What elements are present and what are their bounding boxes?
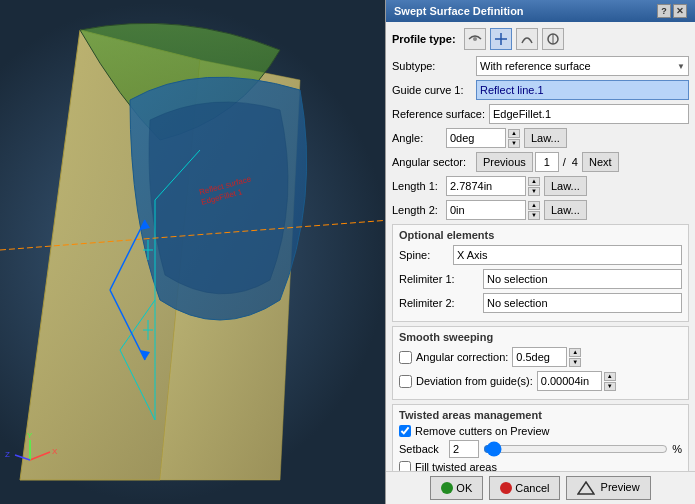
cancel-label: Cancel: [515, 482, 549, 494]
spine-row: Spine:: [399, 245, 682, 265]
deviation-checkbox[interactable]: [399, 375, 412, 388]
length1-down-btn[interactable]: ▼: [528, 187, 540, 196]
angle-row: Angle: ▲ ▼ Law...: [392, 128, 689, 148]
guide-curve1-row: Guide curve 1:: [392, 80, 689, 100]
sector-of-slash: /: [563, 156, 566, 168]
relimiter1-label: Relimiter 1:: [399, 273, 479, 285]
spine-input[interactable]: [453, 245, 682, 265]
dialog-title: Swept Surface Definition: [394, 5, 524, 17]
titlebar-buttons: ? ✕: [657, 4, 687, 18]
profile-icon-btn-1[interactable]: [464, 28, 486, 50]
ok-label: OK: [456, 482, 472, 494]
length2-up-btn[interactable]: ▲: [528, 201, 540, 210]
prev-next-group: Previous / 4 Next: [476, 152, 619, 172]
subtype-dropdown-arrow: ▼: [677, 62, 685, 71]
guide-curve1-input[interactable]: [476, 80, 689, 100]
length1-input[interactable]: [446, 176, 526, 196]
length1-row: Length 1: ▲ ▼ Law...: [392, 176, 689, 196]
angle-down-btn[interactable]: ▼: [508, 139, 520, 148]
sector-total: 4: [572, 156, 578, 168]
angle-up-btn[interactable]: ▲: [508, 129, 520, 138]
length2-law-button[interactable]: Law...: [544, 200, 587, 220]
length1-label: Length 1:: [392, 180, 442, 192]
deviation-row: Deviation from guide(s): ▲ ▼: [399, 371, 682, 391]
reference-surface-row: Reference surface:: [392, 104, 689, 124]
deviation-label: Deviation from guide(s):: [416, 375, 533, 387]
profile-type-label: Profile type:: [392, 33, 456, 45]
previous-button[interactable]: Previous: [476, 152, 533, 172]
angular-sector-label: Angular sector:: [392, 156, 472, 168]
guide-curve1-label: Guide curve 1:: [392, 84, 472, 96]
length1-spin-group: ▲ ▼: [446, 176, 540, 196]
fill-twisted-row: Fill twisted areas: [399, 461, 682, 471]
relimiter1-input[interactable]: [483, 269, 682, 289]
angular-correction-arrows: ▲ ▼: [569, 348, 581, 367]
angle-spin-arrows: ▲ ▼: [508, 129, 520, 148]
swept-surface-dialog: Swept Surface Definition ? ✕ Profile typ…: [385, 0, 695, 504]
svg-point-23: [473, 37, 477, 41]
length2-down-btn[interactable]: ▼: [528, 211, 540, 220]
setback-slider[interactable]: [483, 441, 668, 457]
length2-row: Length 2: ▲ ▼ Law...: [392, 200, 689, 220]
subtype-dropdown[interactable]: With reference surface ▼: [476, 56, 689, 76]
length1-spin-arrows: ▲ ▼: [528, 177, 540, 196]
twisted-areas-section: Twisted areas management Remove cutters …: [392, 404, 689, 471]
remove-cutters-row: Remove cutters on Preview: [399, 425, 682, 437]
deviation-up-btn[interactable]: ▲: [604, 372, 616, 381]
setback-label: Setback: [399, 443, 445, 455]
angular-correction-input[interactable]: [512, 347, 567, 367]
preview-label: Preview: [601, 481, 640, 493]
ok-icon: [441, 482, 453, 494]
help-button[interactable]: ?: [657, 4, 671, 18]
length1-law-button[interactable]: Law...: [544, 176, 587, 196]
svg-text:X: X: [52, 447, 58, 456]
angular-correction-row: Angular correction: ▲ ▼: [399, 347, 682, 367]
angular-correction-checkbox[interactable]: [399, 351, 412, 364]
svg-text:Z: Z: [5, 450, 10, 459]
relimiter2-input[interactable]: [483, 293, 682, 313]
svg-text:Y: Y: [27, 431, 33, 440]
length2-label: Length 2:: [392, 204, 442, 216]
angular-corr-down-btn[interactable]: ▼: [569, 358, 581, 367]
angle-law-button[interactable]: Law...: [524, 128, 567, 148]
profile-icon-btn-2[interactable]: [490, 28, 512, 50]
fill-twisted-label: Fill twisted areas: [415, 461, 497, 471]
setback-row: Setback %: [399, 440, 682, 458]
profile-icon-btn-4[interactable]: [542, 28, 564, 50]
smooth-section-title: Smooth sweeping: [399, 331, 682, 343]
angular-sector-row: Angular sector: Previous / 4 Next: [392, 152, 689, 172]
length1-up-btn[interactable]: ▲: [528, 177, 540, 186]
remove-cutters-checkbox[interactable]: [399, 425, 411, 437]
profile-type-row: Profile type:: [392, 28, 689, 50]
length2-spin-group: ▲ ▼: [446, 200, 540, 220]
length2-input[interactable]: [446, 200, 526, 220]
relimiter2-label: Relimiter 2:: [399, 297, 479, 309]
viewport-3d: Reflect surface EdgeFillet 1 X Y Z: [0, 0, 390, 504]
reference-surface-input[interactable]: [489, 104, 689, 124]
angular-corr-up-btn[interactable]: ▲: [569, 348, 581, 357]
profile-icon-btn-3[interactable]: [516, 28, 538, 50]
angle-spin-group: ▲ ▼: [446, 128, 520, 148]
cancel-button[interactable]: Cancel: [489, 476, 560, 500]
ok-button[interactable]: OK: [430, 476, 483, 500]
preview-button[interactable]: Preview: [566, 476, 650, 500]
reference-surface-label: Reference surface:: [392, 108, 485, 120]
deviation-input[interactable]: [537, 371, 602, 391]
setback-input[interactable]: [449, 440, 479, 458]
close-button[interactable]: ✕: [673, 4, 687, 18]
relimiter1-row: Relimiter 1:: [399, 269, 682, 289]
next-button[interactable]: Next: [582, 152, 619, 172]
spine-label: Spine:: [399, 249, 449, 261]
angle-input[interactable]: [446, 128, 506, 148]
angular-correction-spin: ▲ ▼: [512, 347, 581, 367]
relimiter2-row: Relimiter 2:: [399, 293, 682, 313]
svg-marker-28: [578, 482, 594, 494]
sector-num-input[interactable]: [535, 152, 559, 172]
deviation-down-btn[interactable]: ▼: [604, 382, 616, 391]
3d-geometry: Reflect surface EdgeFillet 1 X Y Z: [0, 0, 390, 504]
optional-section-title: Optional elements: [399, 229, 682, 241]
angular-correction-label: Angular correction:: [416, 351, 508, 363]
dialog-content: Profile type: Subtype: With reference su…: [386, 22, 695, 471]
fill-twisted-checkbox[interactable]: [399, 461, 411, 471]
deviation-spin: ▲ ▼: [537, 371, 616, 391]
